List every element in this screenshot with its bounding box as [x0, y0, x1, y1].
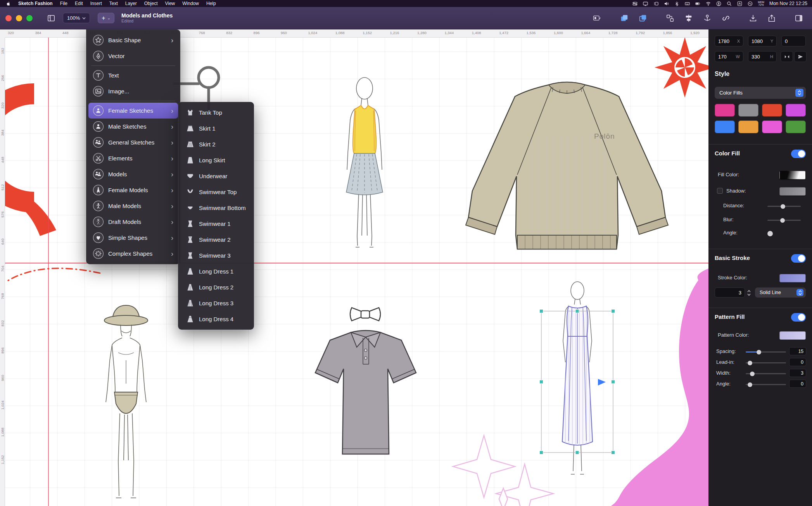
- color-swatch-6[interactable]: [738, 120, 758, 133]
- submenu-item-long-skirt[interactable]: Long Skirt: [180, 152, 252, 168]
- width-field[interactable]: 170W: [715, 51, 743, 62]
- pattern-color-swatch[interactable]: [779, 331, 806, 340]
- shadow-checkbox[interactable]: [717, 188, 723, 194]
- siri-icon[interactable]: [748, 1, 753, 6]
- battery-icon[interactable]: [695, 1, 701, 6]
- basic-stroke-toggle[interactable]: [791, 254, 806, 263]
- spacing-slider[interactable]: [746, 351, 786, 353]
- height-field[interactable]: 330H: [748, 51, 777, 62]
- menu-bar-item-help[interactable]: Help: [206, 1, 216, 6]
- duplicate-layer-button[interactable]: [619, 12, 630, 24]
- distance-slider[interactable]: [767, 206, 801, 207]
- color-swatch-4[interactable]: [786, 104, 806, 117]
- submenu-item-long-dress-2[interactable]: Long Dress 2: [180, 279, 252, 295]
- volume-icon[interactable]: [664, 1, 669, 6]
- control-center-icon[interactable]: [632, 1, 638, 6]
- color-swatch-3[interactable]: [762, 104, 782, 117]
- submenu-item-long-dress-3[interactable]: Long Dress 3: [180, 295, 252, 311]
- pink-star-outlines[interactable]: [437, 431, 561, 506]
- submenu-item-skirt-1[interactable]: Skirt 1: [180, 120, 252, 136]
- color-swatch-2[interactable]: [738, 104, 758, 117]
- bluetooth-icon[interactable]: [674, 1, 680, 6]
- line-style-dropdown[interactable]: Solid Line: [755, 287, 806, 298]
- insert-menu-item-text[interactable]: Text: [88, 67, 178, 83]
- insert-menu-item-models[interactable]: Models›: [88, 166, 178, 182]
- display-icon[interactable]: [643, 1, 648, 6]
- flip-horizontal-button[interactable]: [781, 51, 793, 62]
- submenu-item-swimwear-1[interactable]: Swimwear 1: [180, 216, 252, 232]
- lead-in-value-field[interactable]: 0: [789, 358, 806, 366]
- anchor-lock-icon[interactable]: [701, 12, 713, 24]
- menu-bar-app-name[interactable]: Sketch Fashion: [18, 1, 53, 6]
- red-ribbon-shape[interactable]: [5, 71, 69, 256]
- pink-blob-shape[interactable]: [594, 266, 708, 506]
- flip-vertical-button[interactable]: [794, 51, 807, 62]
- vertical-guide-line[interactable]: [48, 38, 49, 506]
- export-icon[interactable]: [747, 12, 759, 24]
- insert-menu-item-general-sketches[interactable]: General Sketches›: [88, 134, 178, 150]
- rotation-field[interactable]: 0: [781, 36, 806, 46]
- insert-menu-item-simple-shapes[interactable]: Simple Shapes›: [88, 230, 178, 246]
- color-swatch-1[interactable]: [715, 104, 735, 117]
- color-fill-toggle[interactable]: [791, 150, 806, 158]
- submenu-item-skirt-2[interactable]: Skirt 2: [180, 136, 252, 152]
- sidebar-toggle-icon[interactable]: [45, 12, 57, 24]
- submenu-item-swimwear-bottom[interactable]: Swimwear Bottom: [180, 200, 252, 216]
- insert-menu-item-male-models[interactable]: Male Models›: [88, 198, 178, 214]
- input-source-icon[interactable]: [737, 1, 743, 6]
- menu-bar-item-window[interactable]: Window: [182, 1, 199, 6]
- submenu-item-long-dress-1[interactable]: Long Dress 1: [180, 263, 252, 279]
- lead-in-slider[interactable]: [746, 362, 786, 363]
- submenu-item-swimwear-2[interactable]: Swimwear 2: [180, 232, 252, 248]
- share-icon[interactable]: [766, 12, 777, 24]
- stroke-color-swatch[interactable]: [779, 274, 806, 282]
- insert-menu-item-female-models[interactable]: Female Models›: [88, 182, 178, 198]
- stroke-width-field[interactable]: 3: [715, 287, 745, 298]
- angle-knob[interactable]: [767, 231, 773, 236]
- menu-bar-item-file[interactable]: File: [60, 1, 67, 6]
- submenu-item-tank-top[interactable]: Tank Top: [180, 105, 252, 120]
- insert-menu-item-image[interactable]: Image...: [88, 83, 178, 99]
- spacing-value-field[interactable]: 15: [789, 347, 806, 355]
- zoom-window-button[interactable]: [26, 15, 33, 21]
- inspector-panel-toggle-icon[interactable]: [793, 12, 805, 24]
- menu-bar-item-insert[interactable]: Insert: [90, 1, 102, 6]
- submenu-item-long-dress-4[interactable]: Long Dress 4: [180, 311, 252, 327]
- menu-bar-item-edit[interactable]: Edit: [75, 1, 83, 6]
- insert-menu-item-vector[interactable]: Vector: [88, 48, 178, 64]
- submenu-item-swimwear-3[interactable]: Swimwear 3: [180, 248, 252, 263]
- insert-menu-item-female-sketches[interactable]: Female Sketches›: [88, 103, 178, 119]
- position-x-field[interactable]: 1780X: [715, 36, 743, 46]
- close-window-button[interactable]: [5, 15, 12, 21]
- zoom-level-control[interactable]: 100%: [63, 13, 90, 23]
- link-icon[interactable]: [720, 12, 732, 24]
- group-objects-icon[interactable]: [664, 12, 676, 24]
- submenu-item-swimwear-top[interactable]: Swimwear Top: [180, 184, 252, 200]
- menu-bar-item-text[interactable]: Text: [109, 1, 118, 6]
- red-dashed-curve[interactable]: [5, 260, 106, 287]
- menu-bar-item-object[interactable]: Object: [144, 1, 158, 6]
- stroke-width-stepper[interactable]: [747, 290, 751, 296]
- pattern-width-value-field[interactable]: 3: [789, 369, 806, 377]
- menu-bar-item-layer[interactable]: Layer: [125, 1, 137, 6]
- pattern-angle-value-field[interactable]: 0: [789, 380, 806, 388]
- gray-polo-shirt[interactable]: [293, 306, 438, 463]
- fill-color-swatch[interactable]: [779, 171, 806, 179]
- female-tank-top-sketch[interactable]: [332, 74, 397, 252]
- pattern-fill-toggle[interactable]: [791, 313, 806, 322]
- stage-manager-icon[interactable]: [653, 1, 659, 6]
- male-underwear-sketch[interactable]: [91, 302, 161, 506]
- blur-slider[interactable]: [767, 220, 801, 221]
- color-swatch-5[interactable]: [715, 120, 735, 133]
- insert-button[interactable]: + ⌄: [98, 13, 114, 23]
- color-swatch-8[interactable]: [786, 120, 806, 133]
- color-swatch-7[interactable]: [762, 120, 782, 133]
- apple-menu-icon[interactable]: [5, 1, 11, 6]
- keyboard-icon[interactable]: [685, 1, 690, 6]
- shadow-color-swatch[interactable]: [779, 187, 806, 196]
- pattern-width-slider[interactable]: [746, 373, 786, 374]
- vertical-ruler[interactable]: 1922563203844485125766407047688328969601…: [0, 38, 5, 506]
- insert-menu-item-male-sketches[interactable]: Male Sketches›: [88, 119, 178, 134]
- insert-menu-item-complex-shapes[interactable]: Complex Shapes›: [88, 246, 178, 262]
- user-icon[interactable]: [716, 1, 722, 6]
